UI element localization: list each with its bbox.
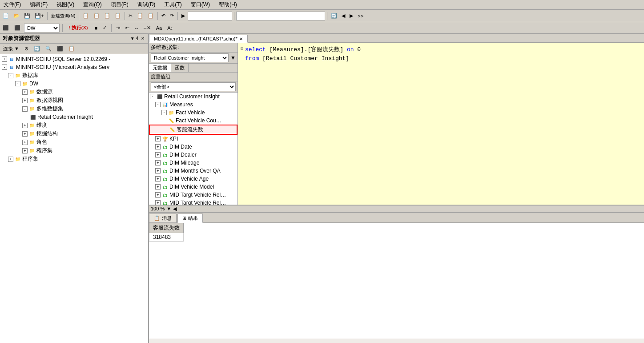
meta-expand-mid-targt1[interactable]: + (155, 192, 161, 198)
meta-expand-dim-dealer[interactable]: + (155, 152, 161, 157)
stop-button[interactable]: ■ (93, 23, 99, 33)
tree-assemblies2[interactable]: + 📁 程序集 (1, 155, 147, 163)
execute-button[interactable]: ! 执行(X) (65, 24, 91, 32)
meta-rci[interactable]: - ⬛ Retail Customer Insight (149, 93, 237, 101)
meta-fact-vehicle[interactable]: - 📁 Fact Vehicle (149, 109, 237, 117)
expand-dimensions-icon[interactable]: + (22, 123, 28, 128)
menu-debug[interactable]: 调试(D) (136, 0, 157, 9)
refresh-tree-btn[interactable]: 🔄 (32, 44, 42, 53)
paste-btn[interactable]: 📋 (146, 11, 156, 21)
meta-mid-targt1[interactable]: + 🗂 MID Targt Vehicle Rel… (149, 191, 237, 199)
disconnect-btn[interactable]: ⊗ (22, 44, 31, 53)
t3[interactable]: 📋 (102, 11, 112, 21)
undo-btn[interactable]: ↶ (160, 11, 167, 21)
db-select-dropdown[interactable]: Retail Customer Insight (151, 53, 229, 62)
uncomment-btn[interactable]: --✕ (141, 23, 152, 33)
meta-tab-functions[interactable]: 函数 (171, 64, 189, 72)
font-btn[interactable]: A↕ (165, 23, 175, 33)
close-panel-button[interactable]: ✕ (140, 36, 145, 41)
tree-datasourceview[interactable]: + 📁 数据源视图 (1, 96, 147, 105)
new-btn[interactable]: 📄 (1, 11, 11, 21)
tree-dimensions[interactable]: + 📁 维度 (1, 121, 147, 129)
pin-button[interactable]: ▼ 4 (129, 36, 139, 41)
save-btn[interactable]: 💾 (22, 11, 32, 21)
nav-btn2[interactable]: ▶ (348, 11, 355, 21)
connect-btn[interactable]: 连接 ▼ (1, 44, 21, 53)
menu-file[interactable]: 文件(F) (2, 0, 23, 9)
meta-expand-dim-vehicle-model[interactable]: + (155, 184, 161, 190)
query-tab[interactable]: MDXQuery11.mdx...(FAREAST\schu)* ✕ (149, 35, 248, 43)
tree-assemblies[interactable]: + 📁 程序集 (1, 146, 147, 155)
format-btn[interactable]: Aa (154, 23, 164, 33)
menu-edit[interactable]: 编辑(E) (28, 0, 49, 9)
expand-mining-icon[interactable]: + (22, 131, 28, 137)
debug-btn[interactable]: ▶ (180, 11, 187, 21)
more-btn[interactable]: >> (356, 11, 365, 21)
meta-tab-metadata[interactable]: 元数据 (149, 64, 171, 72)
menu-tools[interactable]: 工具(T) (162, 0, 183, 9)
copy-btn[interactable]: 📋 (135, 11, 145, 21)
meta-customer-churn[interactable]: 📏 客服流失数 (149, 125, 237, 135)
newquery-btn[interactable]: 新建查询(N) (49, 11, 77, 21)
menu-view[interactable]: 视图(V) (55, 0, 76, 9)
meta-dim-date[interactable]: + 🗂 DIM Date (149, 143, 237, 151)
meta-measures[interactable]: - 📊 Measures (149, 101, 237, 109)
meta-dim-mileage[interactable]: + 🗂 DIM Mileage (149, 159, 237, 167)
expand-server1-icon[interactable]: + (2, 56, 7, 62)
menu-project[interactable]: 项目(P) (109, 0, 130, 9)
meta-expand-mid-targt2[interactable]: + (155, 200, 161, 205)
filter-btn[interactable]: 🔍 (43, 44, 54, 53)
stop-tree-btn[interactable]: ⬛ (55, 44, 65, 53)
t2-2[interactable]: ⬛ (12, 23, 22, 33)
refresh-btn[interactable]: 🔄 (329, 11, 339, 21)
tab-close-button[interactable]: ✕ (239, 36, 243, 41)
meta-expand-dim-mileage[interactable]: + (155, 160, 161, 165)
t4[interactable]: 📋 (113, 11, 123, 21)
comment-btn[interactable]: -- (133, 23, 140, 33)
expand-dw-icon[interactable]: - (15, 81, 20, 86)
zoom-arrow[interactable]: ▼ (166, 206, 171, 211)
nav-btn[interactable]: ◀ (340, 11, 347, 21)
meta-kpi[interactable]: + 🏆 KPI (149, 135, 237, 143)
expand-assemblies-icon[interactable]: + (22, 148, 28, 153)
query-editor[interactable]: ⊟ select [Measures].[客服流失数] on 0 ⊟ from … (238, 43, 644, 205)
t1[interactable]: 📋 (81, 11, 91, 21)
expand-server2-icon[interactable]: - (2, 65, 7, 70)
props-btn[interactable]: 📋 (66, 44, 77, 53)
t2-1[interactable]: ⬛ (1, 23, 11, 33)
t2[interactable]: 📋 (92, 11, 101, 21)
meta-expand-measures[interactable]: - (155, 102, 161, 107)
meta-expand-rci[interactable]: - (150, 94, 155, 99)
menu-window[interactable]: 窗口(W) (189, 0, 212, 9)
tree-databases[interactable]: - 📁 数据库 (1, 71, 147, 80)
results-tab-messages[interactable]: 📋 消息 (149, 214, 177, 222)
indent-btn[interactable]: ⇥ (114, 23, 122, 33)
tree-roles[interactable]: + 📁 角色 (1, 138, 147, 146)
db-dropdown-arrow[interactable]: ▼ (230, 55, 236, 61)
meta-expand-kpi[interactable]: + (155, 136, 161, 141)
expand-datasource-icon[interactable]: + (22, 89, 28, 95)
menu-query[interactable]: 查询(Q) (81, 0, 103, 9)
meta-dim-dealer[interactable]: + 🗂 DIM Dealer (149, 151, 237, 159)
meta-expand-dim-vehicle-age[interactable]: + (155, 176, 161, 182)
expand-multidim-icon[interactable]: - (22, 106, 28, 112)
tree-mining[interactable]: + 📁 挖掘结构 (1, 129, 147, 138)
tree-server1[interactable]: + 🖥 MININT-SCHU (SQL Server 12.0.2269 - (1, 55, 147, 63)
results-tab-results[interactable]: ⊞ 结果 (177, 214, 203, 223)
meta-expand-dim-date[interactable]: + (155, 144, 161, 149)
expand-roles-icon[interactable]: + (22, 140, 28, 145)
tree-datasource[interactable]: + 📁 数据源 (1, 88, 147, 96)
check-button[interactable]: ✓ (101, 23, 109, 33)
meta-mid-targt2[interactable]: + 🗂 MID Targt Vehicle Rel… (149, 199, 237, 205)
redo-btn[interactable]: ↷ (168, 11, 176, 21)
saveall-btn[interactable]: 💾+ (33, 11, 45, 21)
expand-assemblies2-icon[interactable]: + (8, 157, 13, 162)
meta-dim-vehicle-model[interactable]: + 🗂 DIM Vehicle Model (149, 183, 237, 191)
tree-rci[interactable]: ⬛ Retail Customer Insight (1, 113, 147, 121)
meta-expand-fact-vehicle[interactable]: - (161, 110, 167, 115)
meta-dim-months[interactable]: + 🗂 DIM Months Over QA (149, 167, 237, 175)
meta-fact-vehicle-count[interactable]: 📏 Fact Vehicle Cou… (149, 117, 237, 125)
scroll-left-btn[interactable]: ◀ (173, 206, 177, 212)
tree-multidim[interactable]: - 📁 多维数据集 (1, 105, 147, 113)
measure-group-select[interactable]: <全部> (151, 82, 236, 91)
